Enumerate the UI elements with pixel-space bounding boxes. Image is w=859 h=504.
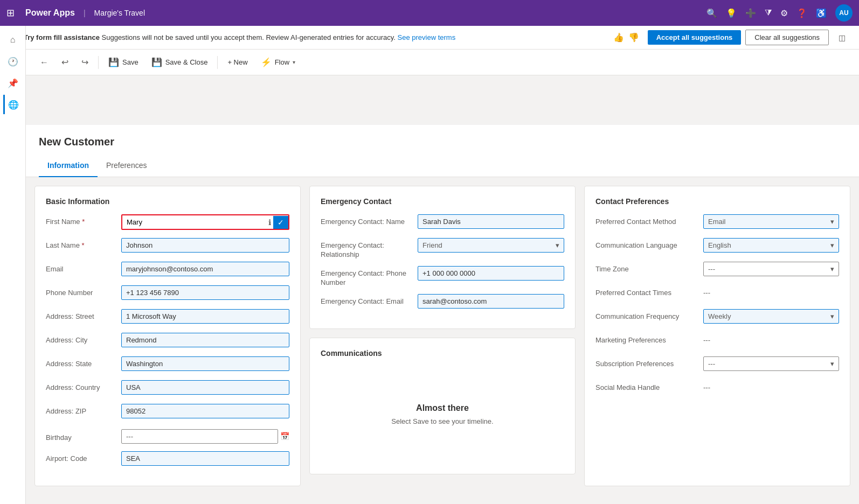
filter-icon[interactable]: ⧩ xyxy=(765,8,772,18)
comm-language-wrap: English ▾ xyxy=(703,238,839,253)
waffle-icon[interactable]: ⊞ xyxy=(6,7,15,19)
ec-email-input[interactable] xyxy=(418,294,564,309)
help-icon[interactable]: ❓ xyxy=(796,8,807,18)
ec-relationship-select[interactable]: Friend ▾ xyxy=(418,238,564,253)
communications-title: Communications xyxy=(321,349,564,358)
clear-all-button[interactable]: Clear all suggestions xyxy=(745,30,829,45)
side-panel-icon[interactable]: ◫ xyxy=(833,33,850,42)
email-input[interactable] xyxy=(121,262,289,276)
emergency-contact-title: Emergency Contact xyxy=(321,197,564,206)
sidebar-recent-icon[interactable]: 🕐 xyxy=(3,52,23,71)
first-name-highlighted-field: ℹ ✓ xyxy=(121,214,289,230)
communications-section: Communications Almost there Select Save … xyxy=(309,338,576,474)
nav-separator: | xyxy=(84,9,86,17)
street-input-wrap xyxy=(121,309,289,324)
toolbar-sep-1 xyxy=(98,56,99,69)
phone-input[interactable] xyxy=(121,285,289,300)
subscription-prefs-dropdown-icon: ▾ xyxy=(830,360,834,368)
search-icon[interactable]: 🔍 xyxy=(706,8,717,18)
airport-input[interactable] xyxy=(121,451,289,466)
contact-preferences-title: Contact Preferences xyxy=(595,197,839,206)
tab-preferences[interactable]: Preferences xyxy=(98,157,155,177)
middle-column: Emergency Contact Emergency Contact: Nam… xyxy=(309,186,576,486)
timezone-select[interactable]: --- ▾ xyxy=(703,262,839,276)
last-name-row: Last Name xyxy=(46,238,289,255)
save-close-label: Save & Close xyxy=(165,58,208,66)
forward-button[interactable]: ↪ xyxy=(76,54,94,71)
banner-bold: Try form fill assistance xyxy=(24,33,100,41)
sidebar-home-icon[interactable]: ⌂ xyxy=(3,30,23,50)
almost-there-sub: Select Save to see your timeline. xyxy=(391,417,493,425)
save-button[interactable]: 💾 Save xyxy=(103,54,144,71)
back-button[interactable]: ← xyxy=(34,54,54,71)
sidebar-globe-icon[interactable]: 🌐 xyxy=(3,95,23,114)
toolbar-sep-2 xyxy=(217,56,218,69)
ec-relationship-input-wrap: Friend ▾ xyxy=(418,238,564,253)
ec-phone-input[interactable] xyxy=(418,266,564,281)
confirm-icon[interactable]: ✓ xyxy=(273,216,288,229)
subscription-prefs-row: Subscription Preferences --- ▾ xyxy=(595,356,839,374)
birthday-input-wrap: 📅 xyxy=(121,429,289,444)
preview-terms-link[interactable]: See preview terms xyxy=(397,33,455,41)
almost-there-title: Almost there xyxy=(416,403,469,413)
email-label: Email xyxy=(46,262,121,274)
thumbs-down-icon[interactable]: 👎 xyxy=(628,32,639,43)
settings-icon[interactable]: ⚙ xyxy=(780,8,788,18)
banner-description: Suggestions will not be saved until you … xyxy=(102,33,396,41)
birthday-row: Birthday 📅 xyxy=(46,428,289,445)
comm-frequency-dropdown-icon: ▾ xyxy=(830,312,834,320)
ec-name-input-wrap xyxy=(418,214,564,229)
tab-information[interactable]: Information xyxy=(39,157,98,177)
preferred-times-row: Preferred Contact Times --- xyxy=(595,285,839,303)
restore-button[interactable]: ↩ xyxy=(56,54,74,71)
ec-relationship-value: Friend xyxy=(422,241,442,249)
country-input[interactable] xyxy=(121,380,289,395)
comm-frequency-select[interactable]: Weekly ▾ xyxy=(703,309,839,324)
save-close-button[interactable]: 💾 Save & Close xyxy=(146,54,213,71)
street-input[interactable] xyxy=(121,309,289,324)
marketing-prefs-row: Marketing Preferences --- xyxy=(595,333,839,350)
lightbulb-icon[interactable]: 💡 xyxy=(726,8,737,18)
ec-email-input-wrap xyxy=(418,294,564,309)
preferred-times-wrap: --- xyxy=(703,285,839,297)
birthday-input[interactable] xyxy=(121,429,278,444)
avatar[interactable]: AU xyxy=(835,4,853,22)
first-name-input[interactable] xyxy=(122,215,266,229)
timezone-wrap: --- ▾ xyxy=(703,262,839,276)
ec-relationship-label: Emergency Contact: Relationship xyxy=(321,238,418,260)
info-icon[interactable]: ℹ xyxy=(266,218,273,227)
sidebar-pin-icon[interactable]: 📌 xyxy=(3,73,23,93)
thumbs-up-icon[interactable]: 👍 xyxy=(613,32,624,43)
calendar-icon[interactable]: 📅 xyxy=(280,432,289,440)
airport-input-wrap xyxy=(121,451,289,466)
thumb-icons: 👍 👎 xyxy=(613,32,639,43)
ec-phone-row: Emergency Contact: Phone Number xyxy=(321,266,564,288)
timezone-row: Time Zone --- ▾ xyxy=(595,262,839,279)
basic-info-section: Basic Information First Name ℹ ✓ Last Na… xyxy=(34,186,301,486)
airport-row: Airport: Code xyxy=(46,451,289,468)
accept-all-button[interactable]: Accept all suggestions xyxy=(648,30,742,45)
last-name-input[interactable] xyxy=(121,238,289,253)
new-label: + New xyxy=(227,58,247,66)
social-media-wrap: --- xyxy=(703,380,839,391)
subscription-prefs-select[interactable]: --- ▾ xyxy=(703,356,839,371)
nav-icons: 🔍 💡 ➕ ⧩ ⚙ ❓ ♿ AU xyxy=(706,4,853,22)
new-button[interactable]: + New xyxy=(222,55,253,69)
ec-name-input[interactable] xyxy=(418,214,564,229)
accessibility-icon[interactable]: ♿ xyxy=(816,8,827,18)
flow-button[interactable]: ⚡ Flow ▾ xyxy=(255,54,301,71)
first-name-input-wrap: ℹ ✓ xyxy=(121,214,289,230)
country-row: Address: Country xyxy=(46,380,289,397)
preferred-method-label: Preferred Contact Method xyxy=(595,214,703,227)
email-input-wrap xyxy=(121,262,289,276)
zip-input[interactable] xyxy=(121,404,289,418)
city-input[interactable] xyxy=(121,333,289,347)
ec-name-label: Emergency Contact: Name xyxy=(321,214,418,227)
comm-language-select[interactable]: English ▾ xyxy=(703,238,839,253)
plus-icon[interactable]: ➕ xyxy=(745,8,756,18)
state-input[interactable] xyxy=(121,356,289,371)
main-wrapper: New Customer Information Preferences Bas… xyxy=(26,125,859,504)
comm-frequency-value: Weekly xyxy=(708,312,731,320)
city-row: Address: City xyxy=(46,333,289,350)
preferred-method-select[interactable]: Email ▾ xyxy=(703,214,839,229)
